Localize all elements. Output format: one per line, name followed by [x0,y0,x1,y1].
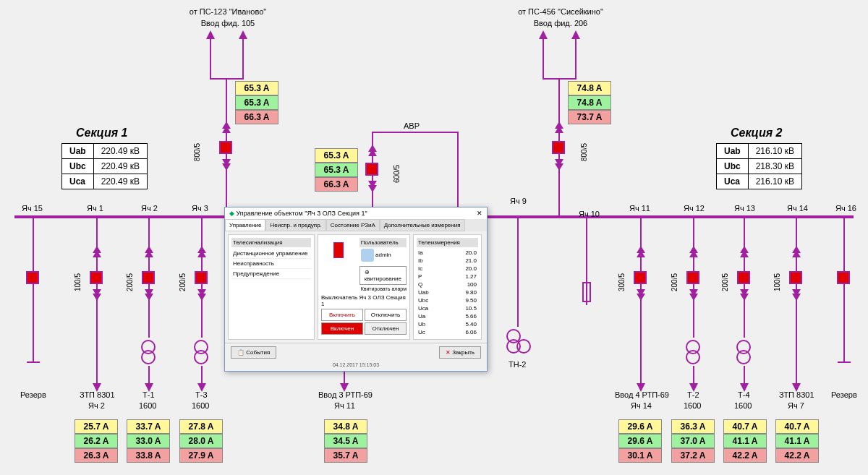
cell-13: Яч 13 [734,204,755,213]
breaker-feed-left[interactable] [219,141,232,154]
cell-1: Яч 1 [87,204,103,213]
feeder-c1 [96,218,98,385]
ct-ratio: 100/5 [74,273,82,291]
cell-15: Яч 15 [22,204,43,213]
feeder-c11 [640,218,642,385]
kvit-button[interactable]: ⊕ квитирование [359,266,407,285]
breaker-symbol [333,242,344,258]
label-reserve-r: Резерв [831,390,857,399]
tab-control[interactable]: Управление [225,219,265,231]
label-t1: Т-1 [142,390,155,399]
breaker-c16[interactable] [837,271,850,284]
busbar-section2 [454,215,854,218]
meas-c14: 40.7 A41.1 A42.2 A [775,419,819,463]
label-t3-sub: 1600 [192,401,209,410]
cell-12: Яч 12 [684,204,705,213]
label-t2: Т-2 [687,390,699,399]
close-button[interactable]: ✕ Закрыть [439,346,481,359]
breaker-c12[interactable] [686,271,699,284]
vline [148,366,150,385]
label-vv3-sub: Яч 11 [334,401,355,410]
ct-ratio: 300/5 [618,273,626,291]
ct-ratio: 200/5 [671,273,678,291]
close-icon[interactable]: ✕ [477,210,482,217]
kvit-all[interactable]: Квитировать аларм [321,286,407,291]
ct-ratio: 800/5 [580,143,588,161]
voltage-table-section2: Uab216.10 кВ Ubc218.30 кВ Uca216.10 кВ [716,143,802,189]
telesignal-panel: Телесигнализация Дистанционное управлени… [228,234,315,340]
breaker-avr[interactable] [365,163,378,176]
meas-avr: 65.3 A 65.3 A 66.3 A [315,148,358,192]
breaker-c15[interactable] [26,271,39,284]
dialog-titlebar[interactable]: ◆ Управление объектом "Яч 3 ОЛЗ Секция 1… [225,207,487,219]
hline [372,132,459,133]
events-button[interactable]: 📋 События [231,346,276,359]
label-ztp1-sub: Яч 2 [88,401,105,410]
vline [210,36,211,80]
meas-c12: 36.3 A37.0 A37.2 A [671,419,715,463]
label-t4: Т-4 [738,390,750,399]
end-tick [27,361,40,363]
ct-ratio: 600/5 [393,165,401,183]
state-off: Отключен [365,322,407,335]
label-vv4: Ввод 4 РТП-69 [615,390,669,399]
section1-title: Секция 1 [76,127,127,140]
cell-11: Яч 11 [629,204,650,213]
label-tn2: ТН-2 [509,360,526,369]
ct-ratio: 200/5 [126,273,134,291]
meas-c2: 33.7 A33.0 A33.8 A [127,419,170,463]
label-ztp2: ЗТП 8301 [779,390,814,399]
feed-right-line: Ввод фид. 206 [492,19,629,27]
breaker-c14[interactable] [789,271,802,284]
feeder-c14 [796,218,797,385]
control-panel: Пользователь admin ⊕ квитирование Квитир… [318,234,410,340]
tab-extra-meas[interactable]: Дополнительные измерения [380,219,465,231]
tab-faults[interactable]: Неиспр. и предупр. [265,219,326,231]
feed-left-from: от ПС-123 "Иваново" [166,7,289,16]
meas-feed-right: 74.8 A 74.8 A 73.7 A [568,81,611,124]
cell-3: Яч 3 [192,204,208,213]
feed-right-from: от ПС-456 "Сисейкино" [492,7,629,16]
label-vv3: Ввод 3 РТП-69 [318,390,373,399]
label-t4-sub: 1600 [734,401,752,410]
vline [201,366,203,385]
ct-ratio: 200/5 [721,273,729,291]
breaker-c2[interactable] [142,271,155,284]
ct-ratio: 100/5 [773,273,781,291]
label-t2-sub: 1600 [684,401,701,410]
meas-vv3: 34.8 A34.5 A35.7 A [324,419,367,463]
cell-2: Яч 2 [141,204,158,213]
meas-c11: 29.6 A29.6 A30.1 A [618,419,662,463]
avr-label: АВР [404,121,420,130]
feeder-reserve-l [33,218,34,363]
section2-title: Секция 2 [731,127,782,140]
meas-feed-left: 65.3 A 65.3 A 66.3 A [235,81,278,124]
breaker-c1[interactable] [90,271,103,284]
vline [242,36,244,80]
cell-14: Яч 14 [787,204,808,213]
avatar-icon [361,249,374,262]
vline [457,132,459,215]
meas-c3: 27.8 A28.0 A27.9 A [179,419,223,463]
label-ztp2-sub: Яч 7 [788,401,804,410]
breaker-c3[interactable] [195,271,208,284]
ct-ratio: 800/5 [193,143,201,161]
breaker-c13[interactable] [737,271,750,284]
feed-left-line: Ввод фид. 105 [166,19,289,27]
vline [542,36,544,80]
btn-vkl[interactable]: Включить [321,309,363,321]
breaker-c11[interactable] [634,271,647,284]
end-tick [838,361,851,363]
btn-otkl[interactable]: Отключить [365,309,407,321]
dialog-tabs: Управление Неиспр. и предупр. Состояние … [225,219,487,231]
voltage-table-section1: Uab220.49 кВ Ubc220.49 кВ Uca220.49 кВ [61,143,148,189]
fuse-icon [582,282,591,302]
tab-rza[interactable]: Состояние РЗиА [326,219,380,231]
cell-9: Яч 9 [510,197,527,205]
meas-c1: 25.7 A26.2 A26.3 A [75,419,118,463]
breaker-feed-right[interactable] [552,141,565,154]
label-t3: Т-3 [195,390,208,399]
ct-ratio: 200/5 [179,273,187,291]
meas-c13: 40.7 A41.1 A42.2 A [723,419,767,463]
label-reserve-l: Резерв [20,390,46,399]
